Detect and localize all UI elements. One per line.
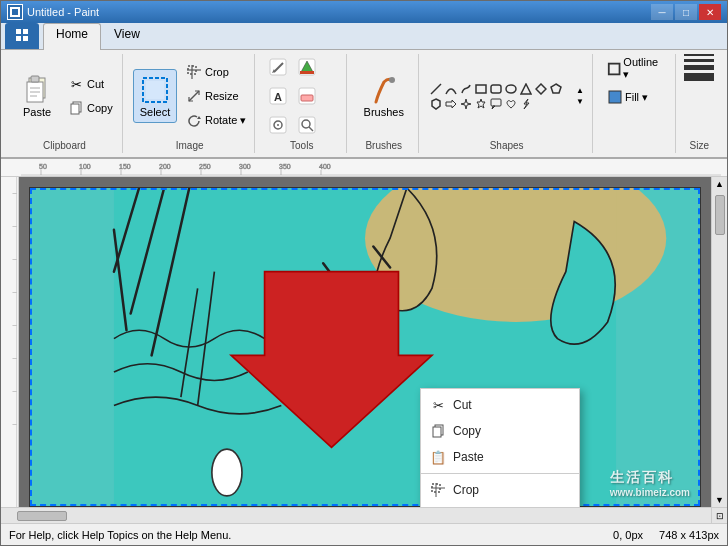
shape-star5[interactable]	[474, 97, 488, 111]
paste-label: Paste	[23, 106, 51, 118]
scroll-up-button[interactable]: ▲	[713, 177, 726, 191]
shape-triangle[interactable]	[519, 82, 533, 96]
shape-lightning[interactable]	[519, 97, 533, 111]
watermark-text2: www.bimeiz.com	[610, 487, 690, 498]
ribbon: Paste ✂ Cut Copy	[1, 50, 727, 159]
svg-rect-15	[71, 104, 79, 114]
size-medium[interactable]	[684, 59, 714, 62]
clipboard-content: Paste ✂ Cut Copy	[15, 54, 114, 138]
svg-marker-47	[461, 99, 471, 109]
status-bar: For Help, click Help Topics on the Help …	[1, 523, 727, 545]
size-thick[interactable]	[684, 65, 714, 70]
shape-hexagon[interactable]	[429, 97, 443, 111]
shape-pentagon[interactable]	[549, 82, 563, 96]
svg-rect-53	[609, 91, 621, 103]
brushes-icon	[368, 74, 400, 106]
main-content: 50 100 150 200 250 300 350 400	[1, 159, 727, 523]
rotate-button[interactable]: Rotate ▾	[181, 109, 251, 131]
canvas-row: ✂ Cut Copy	[1, 177, 727, 507]
tab-home[interactable]: Home	[43, 23, 101, 50]
shape-curve[interactable]	[444, 82, 458, 96]
maximize-button[interactable]: □	[675, 4, 697, 20]
context-paste[interactable]: 📋 Paste	[421, 444, 579, 470]
tab-app[interactable]	[5, 23, 39, 49]
resize-button[interactable]: Resize	[181, 85, 251, 107]
svg-rect-40	[491, 85, 501, 93]
scrollbar-vertical[interactable]: ▲ ▼	[711, 177, 727, 507]
shape-star4[interactable]	[459, 97, 473, 111]
shape-ellipse[interactable]	[504, 82, 518, 96]
drawing-canvas[interactable]: ✂ Cut Copy	[29, 187, 701, 507]
scrollbar-area: ⊡	[1, 507, 727, 523]
svg-marker-48	[477, 99, 485, 108]
scrollbar-horizontal[interactable]	[1, 507, 711, 523]
ribbon-group-image: Select Crop	[125, 54, 255, 153]
size-thickest[interactable]	[684, 73, 714, 81]
tools-label: Tools	[265, 140, 338, 151]
brushes-content: Brushes	[357, 54, 410, 138]
svg-rect-39	[476, 85, 486, 93]
shape-arrow-right[interactable]	[444, 97, 458, 111]
size-thin[interactable]	[684, 54, 714, 56]
clipboard-label: Clipboard	[15, 140, 114, 151]
svg-marker-46	[446, 100, 456, 108]
brushes-label: Brushes	[364, 106, 404, 118]
shapes-scroll-down[interactable]: ▼	[576, 97, 584, 106]
select-label: Select	[140, 106, 171, 118]
svg-rect-4	[16, 29, 21, 34]
window-title: Untitled - Paint	[27, 6, 99, 18]
title-bar: Untitled - Paint ─ □ ✕	[1, 1, 727, 23]
outline-button[interactable]: Outline ▾	[603, 54, 667, 83]
shape-diamond[interactable]	[534, 82, 548, 96]
tab-view[interactable]: View	[101, 23, 153, 49]
status-text: For Help, click Help Topics on the Help …	[9, 529, 231, 541]
shape-freeform[interactable]	[459, 82, 473, 96]
cut-button[interactable]: ✂ Cut	[63, 73, 118, 95]
watermark: 生活百科 www.bimeiz.com	[610, 469, 690, 498]
shape-heart[interactable]	[504, 97, 518, 111]
minimize-button[interactable]: ─	[651, 4, 673, 20]
magnify-tool[interactable]	[294, 112, 320, 138]
close-button[interactable]: ✕	[699, 4, 721, 20]
crop-button[interactable]: Crop	[181, 61, 251, 83]
svg-rect-6	[16, 36, 21, 41]
image-small-group: Crop Resize	[181, 61, 251, 131]
shape-rounded-rect[interactable]	[489, 82, 503, 96]
shape-line[interactable]	[429, 82, 443, 96]
brushes-button[interactable]: Brushes	[357, 69, 410, 123]
svg-text:50: 50	[39, 163, 47, 170]
svg-marker-42	[521, 84, 531, 94]
svg-rect-26	[300, 71, 314, 74]
copy-button[interactable]: Copy	[63, 97, 118, 119]
scroll-thumb-h[interactable]	[17, 511, 67, 521]
svg-text:150: 150	[119, 163, 131, 170]
colorpicker-tool[interactable]	[265, 112, 291, 138]
shapes-scroll-up[interactable]: ▲	[576, 86, 584, 95]
text-tool[interactable]: A	[265, 83, 291, 109]
context-copy[interactable]: Copy	[421, 418, 579, 444]
context-crop-icon	[429, 481, 447, 499]
clipboard-small-group: ✂ Cut Copy	[63, 73, 118, 119]
select-icon	[139, 74, 171, 106]
fill-button[interactable]: Fill ▾	[603, 87, 652, 107]
select-button[interactable]: Select	[133, 69, 177, 123]
shape-callout[interactable]	[489, 97, 503, 111]
scroll-thumb-v[interactable]	[715, 195, 725, 235]
svg-rect-52	[609, 63, 620, 74]
shape-rect[interactable]	[474, 82, 488, 96]
cut-icon: ✂	[68, 76, 84, 92]
context-select-all[interactable]: Select all	[421, 503, 579, 507]
context-crop[interactable]: Crop	[421, 477, 579, 503]
scroll-corner: ⊡	[711, 507, 727, 523]
copy-icon	[68, 100, 84, 116]
pencil-tool[interactable]	[265, 54, 291, 80]
context-cut-icon: ✂	[429, 396, 447, 414]
fill-tool[interactable]	[294, 54, 320, 80]
canvas-container: ✂ Cut Copy	[19, 177, 711, 507]
scroll-down-button[interactable]: ▼	[713, 493, 726, 507]
svg-text:A: A	[274, 91, 282, 103]
context-cut[interactable]: ✂ Cut	[421, 392, 579, 418]
paste-button[interactable]: Paste	[15, 69, 59, 123]
app-window: Untitled - Paint ─ □ ✕ Home View	[0, 0, 728, 546]
eraser-tool[interactable]	[294, 83, 320, 109]
